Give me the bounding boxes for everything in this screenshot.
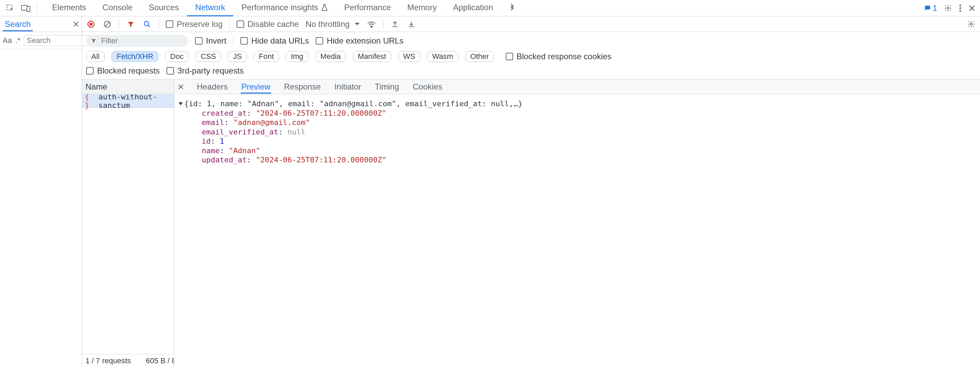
panel-tab-memory[interactable]: Memory (399, 0, 445, 16)
filter-input-wrap[interactable] (86, 35, 188, 47)
checkbox-icon (195, 37, 203, 44)
type-pill-fetch-xhr[interactable]: Fetch/XHR (111, 51, 158, 62)
svg-point-4 (959, 5, 961, 6)
blocked-cookies-checkbox[interactable]: Blocked response cookies (506, 52, 612, 61)
topbar-right-icons: 1 (924, 3, 980, 13)
panel-tab-performance-insights[interactable]: Performance insights (233, 0, 336, 16)
close-detail-icon[interactable] (178, 84, 184, 90)
filter-input[interactable] (100, 36, 183, 46)
separator (159, 20, 159, 29)
panel-tab-network[interactable]: Network (187, 0, 233, 16)
detail-tab-initiator[interactable]: Initiator (334, 80, 362, 94)
type-pill-doc[interactable]: Doc (165, 51, 189, 62)
chevron-down-icon (355, 22, 360, 26)
search-results-area (0, 49, 82, 367)
close-devtools-icon[interactable] (969, 5, 975, 11)
panel-tab-sources[interactable]: Sources (141, 0, 187, 16)
json-root-summary[interactable]: {id: 1, name: "Adnan", email: "adnan@gma… (184, 99, 522, 108)
panel-tab-console[interactable]: Console (94, 0, 141, 16)
svg-point-5 (959, 7, 961, 9)
type-pill-other[interactable]: Other (465, 51, 494, 62)
svg-point-3 (947, 7, 949, 9)
svg-point-12 (970, 23, 972, 25)
json-field-row[interactable]: created_at: "2024-06-25T07:11:20.000000Z… (179, 109, 975, 118)
network-body: Name { }auth-without-sanctum 1 / 7 reque… (82, 79, 980, 367)
checkbox-icon (506, 53, 513, 60)
disable-cache-checkbox[interactable]: Disable cache (237, 19, 299, 29)
detail-tab-response[interactable]: Response (283, 80, 321, 94)
hide-ext-urls-checkbox[interactable]: Hide extension URLs (316, 36, 403, 46)
download-har-icon[interactable] (407, 19, 416, 29)
settings-gear-icon[interactable] (944, 4, 952, 12)
json-field-row[interactable]: email: "adnan@gmail.com" (179, 118, 975, 127)
type-pill-img[interactable]: Img (286, 51, 309, 62)
separator (119, 20, 119, 29)
type-pill-wasm[interactable]: Wasm (427, 51, 458, 62)
type-pill-media[interactable]: Media (315, 51, 346, 62)
status-transfer-size: 605 B / 8.9 (146, 356, 174, 365)
svg-point-11 (371, 26, 372, 27)
search-toggle-icon[interactable] (142, 19, 152, 29)
match-case-button[interactable]: Aa (3, 36, 12, 45)
type-pill-all[interactable]: All (86, 51, 105, 62)
blocked-requests-checkbox[interactable]: Blocked requests (86, 66, 160, 76)
json-field-row[interactable]: email_verified_at: null (179, 127, 975, 137)
upload-har-icon[interactable] (390, 19, 400, 29)
type-pill-js[interactable]: JS (228, 51, 247, 62)
devtools-topbar: ElementsConsoleSourcesNetworkPerformance… (0, 0, 980, 16)
detail-tab-cookies[interactable]: Cookies (412, 80, 443, 94)
network-status-bar: 1 / 7 requests 605 B / 8.9 (82, 354, 174, 367)
hide-data-urls-checkbox[interactable]: Hide data URLs (240, 36, 309, 46)
issues-count: 1 (933, 3, 937, 13)
svg-rect-8 (89, 23, 92, 25)
panel-tab-application[interactable]: Application (445, 0, 501, 16)
clear-button[interactable] (102, 19, 112, 29)
throttling-select[interactable]: No throttling (305, 19, 360, 29)
request-list: { }auth-without-sanctum (82, 94, 174, 354)
json-field-row[interactable]: id: 1 (179, 137, 975, 146)
json-field-row[interactable]: updated_at: "2024-06-25T07:11:20.000000Z… (179, 155, 975, 165)
third-party-checkbox[interactable]: 3rd-party requests (167, 66, 244, 76)
record-button[interactable] (86, 19, 96, 29)
detail-tab-timing[interactable]: Timing (374, 80, 400, 94)
separator (383, 20, 383, 29)
network-conditions-icon[interactable] (367, 19, 376, 29)
xhr-braces-icon: { } (85, 94, 96, 110)
more-tabs-icon[interactable] (505, 2, 519, 15)
detail-tab-preview[interactable]: Preview (241, 80, 271, 94)
network-settings-icon[interactable] (966, 19, 976, 29)
separator (37, 3, 37, 13)
regex-button[interactable]: .* (15, 36, 21, 45)
checkbox-icon (166, 21, 173, 28)
panel-tab-performance[interactable]: Performance (336, 0, 399, 16)
type-pill-font[interactable]: Font (254, 51, 279, 62)
inspect-element-icon[interactable] (3, 2, 17, 15)
detail-tab-headers[interactable]: Headers (196, 80, 229, 94)
preserve-log-checkbox[interactable]: Preserve log (166, 19, 223, 29)
json-field-row[interactable]: name: "Adnan" (179, 146, 975, 156)
device-toolbar-icon[interactable] (19, 2, 33, 15)
type-pill-manifest[interactable]: Manifest (353, 51, 391, 62)
filter-toggle-icon[interactable] (126, 19, 135, 29)
invert-label: Invert (206, 36, 226, 46)
invert-checkbox[interactable]: Invert (195, 36, 226, 46)
request-row[interactable]: { }auth-without-sanctum (82, 94, 174, 108)
expand-triangle-icon[interactable] (179, 102, 183, 106)
hide-data-urls-label: Hide data URLs (251, 36, 309, 46)
kebab-menu-icon[interactable] (959, 4, 962, 12)
separator (229, 20, 230, 29)
request-type-pills: AllFetch/XHRDocCSSJSFontImgMediaManifest… (86, 51, 976, 62)
type-pill-css[interactable]: CSS (196, 51, 221, 62)
checkbox-icon (86, 67, 94, 75)
column-header-name[interactable]: Name (82, 79, 174, 94)
flask-icon (321, 4, 328, 11)
issues-button[interactable]: 1 (924, 3, 937, 13)
search-panel-toolbar: Aa .* (0, 32, 82, 49)
network-filter-bar: Invert Hide data URLs Hide extension URL… (82, 32, 980, 79)
type-pill-ws[interactable]: WS (398, 51, 420, 62)
status-request-count: 1 / 7 requests (86, 356, 131, 365)
panel-tab-elements[interactable]: Elements (44, 0, 94, 16)
preview-json-pane[interactable]: {id: 1, name: "Adnan", email: "adnan@gma… (174, 94, 980, 367)
close-search-icon[interactable] (73, 21, 79, 27)
panel-tabs: ElementsConsoleSourcesNetworkPerformance… (44, 0, 501, 16)
